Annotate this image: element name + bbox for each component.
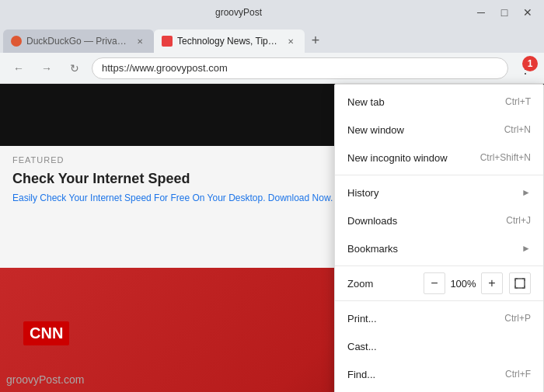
menu-section-zoom: Zoom − 100% + <box>335 266 543 301</box>
tab-duckduckgo[interactable]: DuckDuckGo — Privacy... ✕ <box>3 29 154 53</box>
tab-groovy[interactable]: Technology News, Tips, R... ✕ <box>154 29 305 53</box>
maximize-button[interactable]: □ <box>494 5 514 20</box>
new-tab-button[interactable]: + <box>305 29 326 51</box>
find-shortcut: Ctrl+F <box>505 369 531 380</box>
print-shortcut: Ctrl+P <box>504 313 531 324</box>
title-bar-controls: ─ □ ✕ <box>471 5 538 20</box>
close-button[interactable]: ✕ <box>518 5 538 20</box>
bookmarks-label: Bookmarks <box>347 243 515 255</box>
reload-button[interactable]: ↻ <box>64 57 85 79</box>
bookmarks-arrow: ► <box>521 243 531 254</box>
zoom-controls: − 100% + <box>424 272 531 294</box>
groovy-favicon <box>162 36 173 47</box>
zoom-label: Zoom <box>347 278 424 290</box>
tab-groovy-label: Technology News, Tips, R... <box>177 36 278 47</box>
chrome-dropdown-menu: New tab Ctrl+T New window Ctrl+N New inc… <box>334 84 544 392</box>
downloads-shortcut: Ctrl+J <box>506 215 531 226</box>
chrome-menu-button[interactable]: ⋮ 1 <box>514 57 536 79</box>
menu-item-downloads[interactable]: Downloads Ctrl+J <box>335 206 543 234</box>
new-tab-label: New tab <box>347 96 505 108</box>
history-arrow: ► <box>521 187 531 198</box>
tab-duckduckgo-label: DuckDuckGo — Privacy... <box>26 36 127 47</box>
url-text: https://www.groovypost.com <box>102 62 228 74</box>
zoom-value: 100% <box>448 278 478 290</box>
duckduckgo-favicon <box>11 36 22 47</box>
find-label: Find... <box>347 369 505 380</box>
back-button[interactable]: ← <box>8 57 30 79</box>
menu-item-new-window[interactable]: New window Ctrl+N <box>335 116 543 144</box>
menu-section-new: New tab Ctrl+T New window Ctrl+N New inc… <box>335 85 543 175</box>
zoom-in-button[interactable]: + <box>481 272 503 294</box>
url-box[interactable]: https://www.groovypost.com <box>92 57 508 79</box>
menu-section-history: History ► Downloads Ctrl+J Bookmarks ► <box>335 175 543 266</box>
new-tab-shortcut: Ctrl+T <box>505 96 531 107</box>
menu-item-new-tab[interactable]: New tab Ctrl+T <box>335 88 543 116</box>
menu-item-cast[interactable]: Cast... <box>335 332 543 360</box>
menu-section-tools: Print... Ctrl+P Cast... Find... Ctrl+F M… <box>335 301 543 392</box>
title-bar: groovyPost ─ □ ✕ <box>0 0 544 25</box>
menu-badge-1: 1 <box>522 56 538 71</box>
zoom-fullscreen-button[interactable] <box>509 272 531 294</box>
cast-label: Cast... <box>347 341 531 352</box>
menu-item-incognito[interactable]: New incognito window Ctrl+Shift+N <box>335 144 543 172</box>
print-label: Print... <box>347 313 504 324</box>
menu-item-find[interactable]: Find... Ctrl+F <box>335 360 543 388</box>
zoom-row: Zoom − 100% + <box>335 269 543 297</box>
tab-duckduckgo-close[interactable]: ✕ <box>134 35 146 47</box>
minimize-button[interactable]: ─ <box>471 5 491 20</box>
menu-item-more-tools[interactable]: More tools ► <box>335 388 543 392</box>
title-bar-text: groovyPost <box>6 7 471 18</box>
svg-rect-0 <box>515 279 525 288</box>
groovy-watermark: groovyPost.com <box>6 373 84 386</box>
forward-button[interactable]: → <box>36 57 58 79</box>
main-area: FEATURED Check Your Internet Speed Easil… <box>0 84 544 392</box>
tab-groovy-close[interactable]: ✕ <box>284 35 297 47</box>
incognito-label: New incognito window <box>347 152 480 164</box>
menu-item-print[interactable]: Print... Ctrl+P <box>335 304 543 332</box>
cnn-logo: CNN <box>23 321 69 345</box>
zoom-out-button[interactable]: − <box>424 272 445 294</box>
tab-bar: DuckDuckGo — Privacy... ✕ Technology New… <box>0 25 544 53</box>
incognito-shortcut: Ctrl+Shift+N <box>480 152 531 163</box>
address-bar: ← → ↻ https://www.groovypost.com ⋮ 1 <box>0 53 544 84</box>
new-window-shortcut: Ctrl+N <box>504 124 531 135</box>
menu-item-bookmarks[interactable]: Bookmarks ► <box>335 234 543 262</box>
new-window-label: New window <box>347 124 504 136</box>
history-label: History <box>347 187 515 199</box>
downloads-label: Downloads <box>347 215 506 227</box>
menu-item-history[interactable]: History ► <box>335 179 543 206</box>
